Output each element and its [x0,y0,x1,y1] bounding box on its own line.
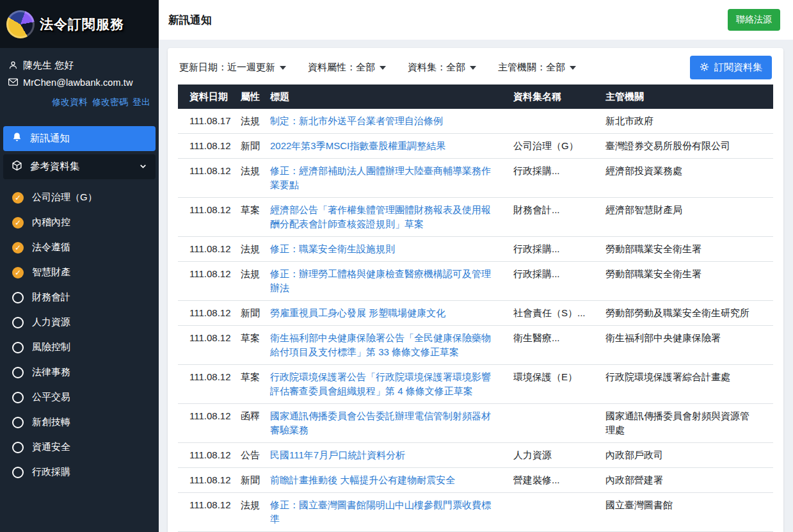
row-date: 111.08.12 [189,493,241,531]
row-attribute: 草案 [241,326,270,364]
row-attribute: 法規 [241,493,270,531]
account-links: 修改資料 修改密碼 登出 [0,93,159,108]
filter-update-date-dropdown[interactable]: 更新日期： 近一週更新 [179,61,286,74]
sidebar-category-item[interactable]: ✓ 內稽內控 [0,210,159,235]
table-row: 111.08.12 新聞 勞雇重視員工身心發展 形塑職場健康文化 社會責任（S）… [178,301,773,326]
logo-text: 法令訂閱服務 [40,15,124,33]
sidebar-category-item[interactable]: ✓ 智慧財產 [0,260,159,285]
table-row: 111.08.12 新聞 2022年第3季MSCI指數臺股權重調整結果 公司治理… [178,134,773,159]
sidebar-category-item[interactable]: 行政採購 [0,460,159,485]
filter-attribute-dropdown[interactable]: 資料屬性： 全部 [308,61,386,74]
row-agency: 勞動部職業安全衛生署 [605,237,767,261]
unchecked-circle-icon [12,317,24,328]
subscribe-button-label: 訂閱資料集 [714,61,762,74]
filter-label: 資料集： [408,61,446,74]
row-agency: 勞動部勞動及職業安全衛生研究所 [605,301,767,325]
row-date: 111.08.12 [189,237,241,261]
row-dataset: 行政採購... [513,262,605,300]
sidebar-category-item[interactable]: 新創技轉 [0,410,159,435]
contact-lawbank-button[interactable]: 聯絡法源 [728,9,780,31]
sidebar-category-item[interactable]: ✓ 法令遵循 [0,235,159,260]
user-email: MrChen@lawbank.com.tw [23,77,133,88]
user-greeting: 陳先生 您好 [23,60,74,72]
sidebar-nav: 新訊通知 參考資料集 ✓ 公司治理（G） ✓ 內稽內控 ✓ 法令遵循 ✓ 智慧財… [0,126,159,485]
sidebar-category-item[interactable]: 財務會計 [0,285,159,310]
filter-label: 更新日期： [179,61,227,74]
row-dataset: 營建裝修... [513,468,605,492]
column-header-dataset: 資料集名稱 [513,85,605,109]
change-password-link[interactable]: 修改密碼 [92,97,128,108]
edit-profile-link[interactable]: 修改資料 [52,97,88,108]
row-title-link[interactable]: 國家通訊傳播委員會公告委託辦理電信管制射頻器材審驗業務 [270,410,491,435]
unchecked-circle-icon [12,392,24,403]
sidebar-category-item[interactable]: 法律事務 [0,360,159,385]
filter-dataset-dropdown[interactable]: 資料集： 全部 [408,61,476,74]
row-title-link[interactable]: 勞雇重視員工身心發展 形塑職場健康文化 [270,307,445,318]
column-header-date: 資料日期 [189,85,241,109]
unchecked-circle-icon [12,417,24,428]
row-dataset: 財務會計... [513,198,605,236]
sidebar-category-item[interactable]: 風險控制 [0,335,159,360]
unchecked-circle-icon [12,342,24,353]
row-dataset: 社會責任（S）... [513,301,605,325]
row-title-link[interactable]: 修正：辦理勞工體格與健康檢查醫療機構認可及管理辦法 [270,268,491,293]
row-date: 111.08.12 [189,159,241,197]
row-dataset: 人力資源 [513,443,605,467]
table-row: 111.08.12 函釋 國家通訊傳播委員會公告委託辦理電信管制射頻器材審驗業務… [178,404,773,443]
caret-down-icon [280,66,286,70]
row-title-link[interactable]: 修正：職業安全衛生設施規則 [270,243,395,254]
sidebar-item-notifications[interactable]: 新訊通知 [3,126,156,151]
row-attribute: 法規 [241,159,270,197]
row-date: 111.08.12 [189,404,241,442]
checked-circle-icon: ✓ [12,217,24,229]
row-title-link[interactable]: 行政院環境保護署公告「行政院環境保護署環境影響評估審查委員會組織規程」第 4 條… [270,371,491,396]
logout-link[interactable]: 登出 [132,97,150,108]
table-row: 111.08.12 草案 經濟部公告「著作權集體管理團體財務報表及使用報酬分配表… [178,198,773,237]
column-header-title: 標題 [270,85,513,109]
row-title-link[interactable]: 前瞻計畫推動後 大幅提升公有建物耐震安全 [270,474,455,485]
sidebar-item-reference-datasets[interactable]: 參考資料集 [3,154,156,179]
sidebar-category-label: 法律事務 [32,366,70,378]
sidebar-category-item[interactable]: 資通安全 [0,435,159,460]
subscribe-datasets-button[interactable]: 訂閱資料集 [690,56,772,79]
row-agency: 經濟部智慧財產局 [605,198,767,236]
row-agency: 勞動部職業安全衛生署 [605,262,767,300]
row-title-link[interactable]: 衛生福利部中央健康保險署公告「全民健康保險藥物給付項目及支付標準」第 33 條條… [270,332,491,357]
sidebar-category-item[interactable]: 公平交易 [0,385,159,410]
row-dataset: 衛生醫療... [513,326,605,364]
sidebar-category-label: 法令遵循 [32,241,70,254]
sidebar-category-label: 風險控制 [32,341,70,353]
row-title-link[interactable]: 經濟部公告「著作權集體管理團體財務報表及使用報酬分配表會計師查核簽證規則」草案 [270,204,491,229]
row-date: 111.08.12 [189,468,241,492]
table-row: 111.08.17 法規 制定：新北市外送平台業者管理自治條例 新北市政府 [178,109,773,134]
column-header-agency: 主管機關 [605,85,767,109]
row-title-link[interactable]: 民國111年7月戶口統計資料分析 [270,449,405,460]
news-card: 更新日期： 近一週更新 資料屬性： 全部 資料集： 全部 主管機關： 全部 [168,48,783,532]
unchecked-circle-icon [12,467,24,478]
sidebar-item-label: 新訊通知 [30,132,70,145]
filter-label: 主管機關： [498,61,546,74]
filter-agency-dropdown[interactable]: 主管機關： 全部 [498,61,576,74]
row-title-link[interactable]: 修正：國立臺灣圖書館陽明山中山樓參觀門票收費標準 [270,499,491,524]
row-date: 111.08.12 [189,443,241,467]
row-title-link[interactable]: 2022年第3季MSCI指數臺股權重調整結果 [270,140,445,151]
bell-icon [12,132,22,145]
row-attribute: 新聞 [241,301,270,325]
gear-icon [700,62,709,74]
user-greeting-row: 陳先生 您好 [8,60,150,72]
row-date: 111.08.12 [189,198,241,236]
sidebar-category-item[interactable]: 人力資源 [0,310,159,335]
cube-icon [12,160,22,173]
checked-circle-icon: ✓ [12,192,24,204]
row-dataset: 行政採購... [513,159,605,197]
filter-value: 全部 [356,61,375,74]
row-title-link[interactable]: 制定：新北市外送平台業者管理自治條例 [270,115,443,126]
row-title-link[interactable]: 修正：經濟部補助法人團體辦理大陸臺商輔導業務作業要點 [270,165,491,190]
row-agency: 臺灣證券交易所股份有限公司 [605,134,767,158]
table-row: 111.08.12 草案 衛生福利部中央健康保險署公告「全民健康保險藥物給付項目… [178,326,773,365]
envelope-icon [8,77,18,88]
row-dataset [513,404,605,442]
sidebar-category-item[interactable]: ✓ 公司治理（G） [0,185,159,210]
row-attribute: 法規 [241,237,270,261]
logo-icon [6,10,35,38]
